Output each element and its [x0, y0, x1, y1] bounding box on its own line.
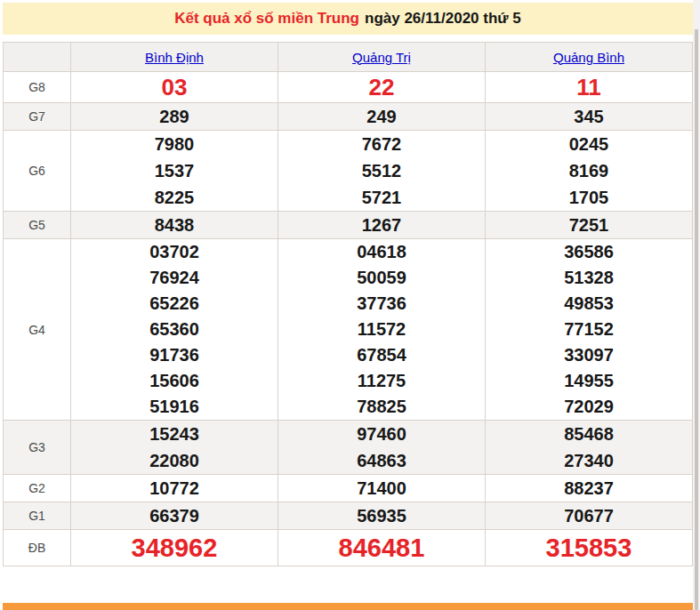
prize-number: 0245: [486, 131, 692, 157]
prize-cell-g2-quang-binh: 88237: [486, 475, 693, 502]
page-title-region: Kết quả xổ số miền Trung: [174, 10, 359, 28]
prize-cell-g4-quang-tri: 04618500593773611572678541127578825: [278, 239, 486, 421]
column-header-binh-dinh: Bình Định: [71, 43, 278, 72]
prize-cell-db-quang-binh: 315853: [486, 530, 693, 566]
prize-number: 1267: [278, 212, 485, 238]
prize-number: 5512: [278, 157, 485, 184]
prize-label-db: ĐB: [4, 530, 71, 566]
prize-number: 8169: [486, 157, 692, 184]
prize-cell-g4-quang-binh: 36586513284985377152330971495572029: [486, 239, 693, 421]
bottom-orange-bar: [3, 603, 693, 610]
page-title: Kết quả xổ số miền Trung ngày 26/11/2020…: [3, 3, 693, 35]
prize-cell-g8-quang-tri: 22: [278, 72, 486, 103]
prize-cell-g7-quang-binh: 345: [486, 103, 693, 131]
prize-number: 1537: [71, 157, 278, 184]
prize-row-g2: G2107727140088237: [4, 475, 693, 502]
prize-number: 51328: [486, 265, 692, 291]
prize-number: 65226: [71, 291, 278, 317]
prize-number: 76924: [71, 265, 278, 291]
prize-number: 77152: [486, 317, 692, 342]
prize-label-g1: G1: [4, 502, 71, 530]
prize-label-g5: G5: [4, 212, 71, 239]
prize-number: 72029: [486, 394, 692, 420]
prize-number: 15243: [71, 421, 278, 447]
scrollbar-track[interactable]: [693, 0, 700, 610]
prize-number: 03702: [71, 239, 278, 265]
prize-number: 71400: [278, 475, 485, 502]
prize-number: 345: [486, 103, 692, 130]
prize-cell-g3-quang-binh: 8546827340: [486, 421, 693, 475]
prize-number: 50059: [278, 265, 485, 291]
prize-row-db: ĐB348962846481315853: [4, 530, 693, 566]
prize-number: 11275: [278, 368, 485, 394]
column-link-quang-binh[interactable]: Quảng Bình: [553, 50, 624, 65]
prize-row-g4: G403702769246522665360917361560651916046…: [4, 239, 693, 421]
prize-number: 03: [71, 72, 278, 102]
prize-number: 33097: [486, 342, 692, 368]
prize-cell-g1-quang-binh: 70677: [486, 502, 693, 530]
column-link-binh-dinh[interactable]: Bình Định: [145, 50, 204, 65]
prize-number: 8225: [71, 184, 278, 211]
prize-number: 14955: [486, 368, 692, 394]
prize-number: 15606: [71, 368, 278, 394]
prize-number: 846481: [278, 530, 485, 566]
prize-number: 88237: [486, 475, 692, 502]
prize-number: 1705: [486, 184, 692, 211]
prize-cell-g2-quang-tri: 71400: [278, 475, 486, 502]
prize-number: 56935: [278, 502, 485, 529]
prize-number: 04618: [278, 239, 485, 265]
column-header-quang-tri: Quảng Trị: [278, 43, 486, 72]
prize-cell-g6-quang-binh: 024581691705: [486, 131, 693, 212]
prize-number: 10772: [71, 475, 278, 502]
prize-number: 91736: [71, 342, 278, 368]
prize-label-g7: G7: [4, 103, 71, 131]
prize-cell-g3-binh-dinh: 1524322080: [71, 421, 278, 475]
prize-label-g2: G2: [4, 475, 71, 502]
prize-cell-g7-binh-dinh: 289: [71, 103, 278, 131]
prize-number: 85468: [486, 421, 692, 447]
prize-row-g8: G8032211: [4, 72, 693, 103]
prize-cell-g5-binh-dinh: 8438: [71, 212, 278, 239]
prize-number: 22080: [71, 447, 278, 474]
prize-label-g4: G4: [4, 239, 71, 421]
prize-row-g7: G7289249345: [4, 103, 693, 131]
prize-number: 64863: [278, 447, 485, 474]
prize-number: 249: [278, 103, 485, 130]
prize-number: 36586: [486, 239, 692, 265]
prize-cell-g8-quang-binh: 11: [486, 72, 693, 103]
results-table-body: G8032211G7289249345G67980153782257672551…: [4, 72, 693, 566]
prize-cell-g6-binh-dinh: 798015378225: [71, 131, 278, 212]
column-link-quang-tri[interactable]: Quảng Trị: [352, 50, 411, 65]
prize-number: 7251: [486, 212, 692, 238]
prize-row-g1: G1663795693570677: [4, 502, 693, 530]
table-header-row: Bình ĐịnhQuảng TrịQuảng Bình: [4, 43, 693, 72]
prize-number: 8438: [71, 212, 278, 238]
prize-cell-g5-quang-binh: 7251: [486, 212, 693, 239]
prize-number: 70677: [486, 502, 692, 529]
column-header-quang-binh: Quảng Bình: [486, 43, 693, 72]
prize-cell-g1-quang-tri: 56935: [278, 502, 486, 530]
prize-label-g8: G8: [4, 72, 71, 103]
prize-cell-g5-quang-tri: 1267: [278, 212, 486, 239]
prize-row-g3: G3152432208097460648638546827340: [4, 421, 693, 475]
prize-number: 37736: [278, 291, 485, 317]
prize-label-g6: G6: [4, 131, 71, 212]
prize-number: 27340: [486, 447, 692, 474]
prize-cell-db-quang-tri: 846481: [278, 530, 486, 566]
prize-number: 78825: [278, 394, 485, 420]
page-title-date: ngày 26/11/2020 thứ 5: [365, 10, 521, 28]
table-corner-cell: [4, 43, 71, 72]
prize-cell-g1-binh-dinh: 66379: [71, 502, 278, 530]
prize-cell-g3-quang-tri: 9746064863: [278, 421, 486, 475]
prize-number: 289: [71, 103, 278, 130]
prize-cell-g4-binh-dinh: 03702769246522665360917361560651916: [71, 239, 278, 421]
prize-number: 11: [486, 72, 692, 102]
prize-row-g6: G6798015378225767255125721024581691705: [4, 131, 693, 212]
prize-number: 5721: [278, 184, 485, 211]
prize-number: 7980: [71, 131, 278, 157]
prize-cell-g8-binh-dinh: 03: [71, 72, 278, 103]
scrollbar-thumb[interactable]: [695, 29, 698, 610]
prize-label-g3: G3: [4, 421, 71, 475]
prize-number: 7672: [278, 131, 485, 157]
prize-number: 65360: [71, 317, 278, 342]
